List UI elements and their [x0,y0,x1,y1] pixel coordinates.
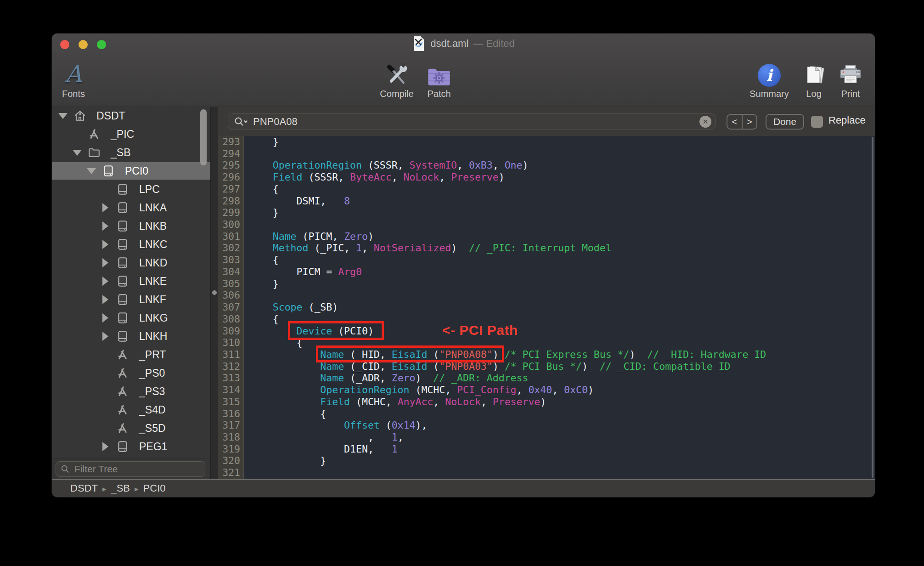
code-line[interactable]: } [249,278,875,290]
sidebar-item-lnkf[interactable]: LNKF [52,291,210,308]
method-icon [116,422,129,435]
compile-button[interactable]: Compile [372,56,422,99]
code-line[interactable]: Field (MCHC, AnyAcc, NoLock, Preserve) [249,396,875,408]
search-field[interactable]: ✕ [228,113,716,130]
sidebar-item-label: _S4D [139,401,166,419]
search-clear-button[interactable]: ✕ [699,116,711,128]
done-button[interactable]: Done [766,114,804,130]
device-icon [116,440,129,453]
code-line[interactable]: { [249,254,875,266]
print-label: Print [830,89,871,99]
sidebar-item-s5d[interactable]: _S5D [52,419,210,437]
sidebar-item-ps0[interactable]: _PS0 [52,364,210,382]
code-line[interactable]: OperationRegion (SSSR, SystemIO, 0xB3, O… [249,159,875,171]
code-line[interactable]: DSMI, 8 [249,195,875,207]
sidebar-item-label: LNKH [139,328,167,345]
sidebar-item-ps3[interactable]: _PS3 [52,383,210,400]
find-previous-button[interactable]: < [727,115,743,129]
sidebar-item-label: LNKB [139,217,167,235]
code-line[interactable]: D1EN, 1 [249,443,875,455]
code-line[interactable]: Scope (_SB) [249,301,875,313]
line-number: 320 [218,455,243,467]
disclosure-closed-triangle-icon[interactable] [102,258,108,267]
code-line[interactable]: } [249,136,875,148]
find-next-button[interactable]: > [743,115,757,129]
sidebar-item-lpc[interactable]: LPC [52,181,210,198]
search-input[interactable] [252,115,699,128]
sidebar-item-lnke[interactable]: LNKE [52,272,210,290]
filter-tree-input[interactable] [73,463,199,475]
disclosure-closed-triangle-icon[interactable] [102,442,108,451]
disclosure-closed-triangle-icon[interactable] [102,240,108,249]
line-number: 321 [218,467,243,479]
breadcrumb-item-sb[interactable]: _SB [111,482,130,494]
log-button[interactable]: Log [793,56,834,99]
sidebar-item-sb[interactable]: _SB [52,144,210,161]
disclosure-open-triangle-icon[interactable] [87,168,96,174]
device-icon [116,311,129,324]
sidebar-item-lnkh[interactable]: LNKH [52,328,210,345]
disclosure-closed-triangle-icon[interactable] [102,313,108,323]
breadcrumb-item-dsdt[interactable]: DSDT [70,482,98,494]
code-editor[interactable]: 2932942952962972982993003013023033043053… [218,136,875,479]
editor-scrollbar[interactable] [872,137,873,478]
code-line[interactable]: Field (SSSR, ByteAcc, NoLock, Preserve) [249,171,875,183]
code-line[interactable]: Method (_PIC, 1, NotSerialized) // _PIC:… [249,242,875,254]
disclosure-closed-triangle-icon[interactable] [102,295,108,304]
sidebar-item-s4d[interactable]: _S4D [52,401,210,419]
compile-label: Compile [372,89,422,99]
sidebar-item-lnkb[interactable]: LNKB [52,217,210,235]
disclosure-open-triangle-icon[interactable] [73,150,82,156]
patch-label: Patch [416,89,462,99]
code-line[interactable] [249,148,875,160]
sidebar-item-lnka[interactable]: LNKA [52,199,210,216]
sidebar-item-peg1[interactable]: PEG1 [52,438,210,455]
code-line[interactable]: PICM = Arg0 [249,266,875,278]
disclosure-closed-triangle-icon[interactable] [102,221,108,231]
replace-checkbox[interactable] [811,116,823,128]
breadcrumb-item-pci0[interactable]: PCI0 [143,482,166,494]
disclosure-closed-triangle-icon[interactable] [102,277,108,286]
code-line[interactable]: , 1, [249,431,875,443]
code-line[interactable]: } [249,207,875,219]
pci-path-annotation: <- PCI Path [442,323,518,338]
code-line[interactable]: } [249,455,875,467]
fonts-button[interactable]: A Fonts [53,56,94,99]
disclosure-open-triangle-icon[interactable] [58,113,68,119]
device-icon [116,256,129,269]
sidebar-item-pci0[interactable]: PCI0 [52,162,210,180]
device-icon [116,238,129,251]
code-line[interactable]: { [249,408,875,420]
summary-button[interactable]: i Summary [744,56,794,99]
line-number: 294 [218,148,243,160]
patch-button[interactable]: Patch [416,56,462,99]
code-line[interactable]: OperationRegion (MCHC, PCI_Config, 0x40,… [249,384,875,396]
code-line[interactable] [249,289,875,301]
code-line[interactable]: Name (PICM, Zero) [249,231,875,243]
sidebar-item-lnkd[interactable]: LNKD [52,254,210,272]
sidebar-item-label: DSDT [96,107,125,125]
sidebar-item-dsdt[interactable]: DSDT [52,107,210,125]
main-area: DSDT_PIC_SBPCI0LPCLNKALNKBLNKCLNKDLNKELN… [52,107,875,479]
acpi-tree: DSDT_PIC_SBPCI0LPCLNKALNKBLNKCLNKDLNKELN… [52,107,210,458]
code-line[interactable]: Offset (0x14), [249,419,875,431]
window-title: dsdt.aml [430,38,468,50]
code-line[interactable]: { [249,183,875,195]
method-icon [116,403,129,416]
sidebar-scrollbar[interactable] [200,109,207,165]
print-button[interactable]: Print [830,56,871,99]
code-line[interactable]: Name (_ADR, Zero) // _ADR: Address [249,372,875,384]
filter-tree-field[interactable] [56,461,205,477]
sidebar-item-label: PEG1 [139,438,167,455]
sidebar-item-pic[interactable]: _PIC [52,125,210,143]
code-line[interactable] [249,467,875,479]
disclosure-closed-triangle-icon[interactable] [102,203,108,212]
splitter-handle-icon[interactable] [212,290,217,295]
sidebar-item-prt[interactable]: _PRT [52,346,210,363]
code-line[interactable] [249,219,875,231]
disclosure-closed-triangle-icon[interactable] [102,332,108,341]
sidebar-item-lnkc[interactable]: LNKC [52,236,210,253]
line-number: 313 [218,372,243,384]
sidebar-item-lnkg[interactable]: LNKG [52,309,210,327]
line-number: 309 [218,325,243,337]
